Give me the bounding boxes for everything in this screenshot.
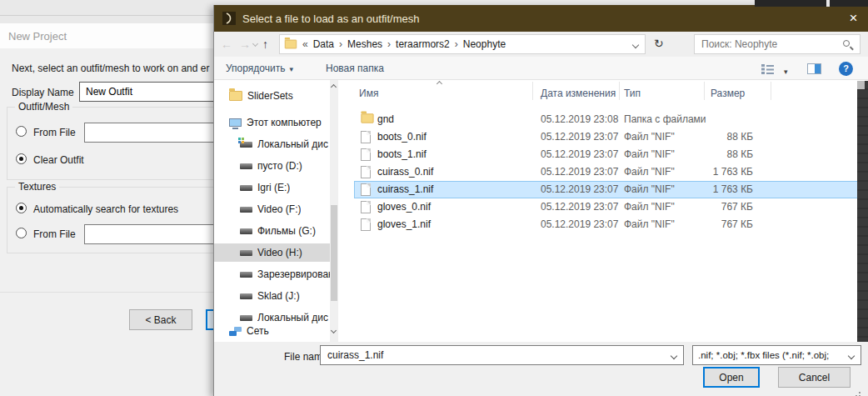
column-separator[interactable] (704, 82, 705, 100)
file-size: 1 763 КБ (670, 163, 753, 181)
column-separator[interactable] (771, 82, 771, 100)
chevron-down-icon[interactable] (671, 353, 677, 359)
screen: New Project Next, select an outfit/mesh … (0, 0, 868, 396)
breadcrumb-segment[interactable]: Neophyte (463, 38, 506, 50)
sidebar-item-slidersets[interactable]: SliderSets (214, 87, 330, 105)
sidebar-scrollbar[interactable] (330, 80, 338, 342)
column-header-size[interactable]: Размер (711, 88, 745, 99)
file-icon (361, 148, 371, 161)
sort-ascending-icon (436, 81, 442, 87)
file-type-combo[interactable]: .nif; *.obj; *.fbx files (*.nif; *.obj; (692, 345, 861, 365)
toolbar: Упорядочить▾ Новая папка ▾ ? (214, 57, 868, 80)
preview-pane-icon[interactable] (807, 63, 821, 74)
address-dropdown-icon[interactable] (632, 42, 639, 48)
file-row-gloves0[interactable]: gloves_0.nif05.12.2019 23:07Файл "NIF"76… (354, 198, 858, 216)
search-input[interactable] (695, 35, 838, 53)
file-name: gnd (377, 111, 394, 128)
column-separator[interactable] (619, 82, 620, 100)
window-edge-line (0, 15, 213, 16)
radio-textures-from-file[interactable] (16, 228, 27, 238)
scroll-down-icon[interactable] (331, 328, 337, 333)
file-name-input[interactable] (321, 346, 662, 364)
scroll-up-icon[interactable] (331, 84, 337, 90)
background-window-edge (755, 0, 868, 7)
breadcrumb-prefix: « (302, 38, 308, 50)
new-project-dialog: New Project Next, select an outfit/mesh … (0, 23, 213, 396)
close-icon[interactable]: × (838, 5, 868, 32)
group-label: Textures (15, 181, 59, 193)
file-date: 05.12.2019 23:08 (541, 111, 618, 128)
history-chevron-icon[interactable] (252, 41, 258, 47)
back-button[interactable]: < Back (129, 309, 192, 330)
file-icon (361, 218, 371, 231)
new-project-title: New Project (8, 30, 67, 43)
back-arrow-icon[interactable]: ← (221, 38, 232, 51)
help-icon[interactable]: ? (839, 62, 853, 76)
file-icon (361, 166, 371, 178)
folder-icon (229, 91, 242, 101)
scrollbar-thumb[interactable] (331, 205, 337, 301)
sidebar-item-label: Фильмы (G:) (257, 225, 316, 237)
search-box[interactable] (694, 34, 861, 54)
refresh-icon[interactable]: ↻ (654, 37, 664, 50)
sidebar-item-drive-j[interactable]: Sklad (J:) (214, 287, 330, 305)
resize-grip[interactable] (852, 385, 861, 393)
file-date: 05.12.2019 23:07 (541, 146, 618, 163)
column-header-name[interactable]: Имя (359, 88, 378, 99)
sidebar-item-label: Этот компьютер (247, 117, 322, 128)
organize-button[interactable]: Упорядочить▾ (226, 63, 293, 74)
radio-clear-outfit[interactable] (16, 153, 27, 164)
file-name: cuirass_1.nif (377, 181, 433, 198)
radio-label: From File (33, 127, 76, 138)
sidebar-item-drive-g[interactable]: Фильмы (G:) (214, 222, 330, 240)
drive-icon (240, 228, 252, 234)
forward-arrow-icon[interactable]: → (239, 38, 251, 51)
address-bar[interactable]: « Data › Meshes › teraarmors2 › Neophyte (279, 34, 646, 54)
view-mode-chevron-icon[interactable]: ▾ (784, 68, 788, 76)
textures-group: Textures Automatically search for textur… (7, 187, 213, 253)
file-row-cuirass0[interactable]: cuirass_0.nif05.12.2019 23:07Файл "NIF"1… (354, 163, 858, 181)
breadcrumb-segment[interactable]: teraarmors2 (396, 38, 450, 50)
sidebar-item-label: Локальный дис (257, 138, 328, 150)
group-label: Outfit/Mesh (15, 101, 72, 113)
open-button[interactable]: Open (703, 367, 760, 388)
file-open-dialog: Select a file to load as an outfit/mesh … (213, 5, 868, 396)
textures-from-file-input[interactable] (84, 224, 214, 244)
file-row-boots1[interactable]: boots_1.nif05.12.2019 23:07Файл "NIF"88 … (354, 146, 858, 163)
chevron-down-icon[interactable] (848, 353, 855, 359)
sidebar-item-drive-f[interactable]: Video (F:) (214, 200, 330, 218)
new-folder-button[interactable]: Новая папка (326, 63, 384, 74)
file-row-cuirass1-selected[interactable]: cuirass_1.nif05.12.2019 23:07Файл "NIF"1… (354, 181, 858, 198)
sidebar-item-local-disk-c[interactable]: Локальный дис (214, 135, 330, 153)
file-icon (361, 183, 371, 196)
file-name-combo[interactable] (320, 345, 684, 365)
file-size: 88 КБ (670, 146, 753, 163)
breadcrumb-segment[interactable]: Meshes (347, 38, 382, 50)
address-row: ← → ↑ « Data › Meshes › teraarmors2 › Ne… (214, 32, 868, 57)
drive-icon (240, 272, 252, 278)
cancel-button[interactable]: Cancel (778, 367, 851, 388)
column-separator[interactable] (532, 82, 533, 100)
sidebar-item-network[interactable]: Сеть (214, 322, 330, 340)
column-header-date[interactable]: Дата изменения (541, 88, 616, 99)
background-window-strip (857, 81, 868, 342)
sidebar-item-this-pc[interactable]: Этот компьютер (214, 113, 330, 132)
file-row-boots0[interactable]: boots_0.nif05.12.2019 23:07Файл "NIF"88 … (354, 128, 858, 146)
drive-icon (240, 293, 252, 299)
system-drive-icon (240, 142, 252, 148)
radio-outfit-from-file[interactable] (16, 126, 27, 137)
file-row-gnd[interactable]: gnd05.12.2019 23:08Папка с файлами (354, 111, 858, 128)
radio-auto-textures[interactable] (16, 203, 27, 213)
file-type: Файл "NIF" (624, 216, 675, 233)
sidebar-item-drive-h[interactable]: Video (H:) (214, 243, 330, 262)
sidebar-item-drive-e[interactable]: Igri (E:) (214, 178, 330, 197)
file-row-gloves1[interactable]: gloves_1.nif05.12.2019 23:07Файл "NIF"76… (354, 216, 858, 233)
breadcrumb-segment[interactable]: Data (313, 38, 334, 50)
display-name-input[interactable] (79, 82, 213, 102)
sidebar-item-drive-i[interactable]: Зарезервирован (214, 265, 330, 283)
up-arrow-icon[interactable]: ↑ (262, 38, 268, 51)
column-header-type[interactable]: Тип (624, 88, 641, 99)
view-mode-icon[interactable] (761, 64, 775, 74)
outfit-from-file-input[interactable] (84, 123, 214, 143)
sidebar-item-drive-d[interactable]: пусто (D:) (214, 157, 330, 175)
